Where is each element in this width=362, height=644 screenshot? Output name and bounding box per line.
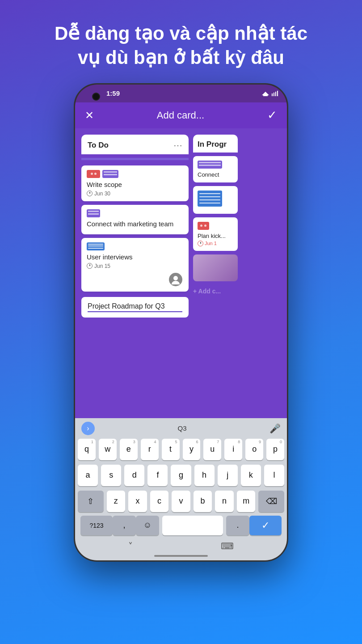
key-w[interactable]: 2w — [99, 439, 117, 460]
new-card-input[interactable] — [88, 302, 182, 312]
rcard-plan-title: Plan kick... — [198, 233, 233, 239]
key-emoji[interactable]: ☺ — [136, 516, 159, 535]
key-m[interactable]: m — [237, 491, 256, 512]
card-write-scope-title: Write scope — [87, 181, 183, 188]
clock-icon — [87, 191, 93, 196]
add-card-link[interactable]: + Add c... — [193, 285, 238, 297]
date-label: Jun 15 — [94, 263, 110, 269]
tag-red — [87, 170, 100, 178]
key-row-3: ⇧ z x c v b n m ⌫ — [78, 491, 284, 512]
todo-purple-bar — [81, 158, 189, 160]
key-o[interactable]: 9o — [245, 439, 263, 460]
key-j[interactable]: j — [218, 465, 238, 486]
inprogress-col-title: In Progr — [198, 140, 233, 149]
key-k[interactable]: k — [241, 465, 261, 486]
key-v[interactable]: v — [172, 491, 190, 512]
user-avatar — [168, 272, 183, 287]
headline-line2: vụ dù bạn ở bất kỳ đâu — [78, 47, 284, 68]
close-button[interactable]: ✕ — [85, 109, 94, 122]
key-row-2: a s d f g h j k l — [78, 465, 284, 486]
keyboard-suggestions: › Q3 🎤 — [78, 422, 284, 439]
nav-keyboard-icon: ⌨ — [221, 541, 234, 551]
card-interviews-date: Jun 15 — [87, 263, 183, 269]
rcard-image — [193, 254, 238, 281]
card-marketing: Connect with marketing team — [81, 205, 189, 234]
key-num-sym[interactable]: ?123 — [80, 516, 113, 535]
key-f[interactable]: f — [147, 465, 168, 486]
rtag-red — [198, 222, 209, 230]
todo-col-menu-icon[interactable]: ⋯ — [173, 140, 182, 151]
svg-rect-2 — [275, 92, 276, 96]
key-u[interactable]: 7u — [203, 439, 221, 460]
card-interviews-title: User interviews — [87, 253, 183, 261]
inprogress-column: In Progr Connect — [193, 135, 238, 418]
svg-point-4 — [173, 276, 178, 280]
rcard-connect: Connect — [193, 156, 238, 182]
key-space[interactable] — [162, 516, 223, 535]
key-y[interactable]: 6y — [183, 439, 201, 460]
app-header: ✕ Add card... ✓ — [75, 102, 287, 128]
headline: Dễ dàng tạo và cập nhật tác vụ dù bạn ở … — [28, 0, 334, 83]
key-s[interactable]: s — [101, 465, 121, 486]
key-p[interactable]: 0p — [266, 439, 284, 460]
headline-line1: Dễ dàng tạo và cập nhật tác — [55, 23, 307, 44]
key-h[interactable]: h — [194, 465, 215, 486]
key-period[interactable]: . — [226, 516, 249, 535]
card-write-scope-date: Jun 30 — [87, 191, 183, 197]
key-a[interactable]: a — [78, 465, 98, 486]
microphone-icon[interactable]: 🎤 — [269, 423, 281, 434]
phone-nav-icons: ˅ ⌨ — [75, 541, 287, 551]
add-card-title: Add card... — [157, 110, 204, 121]
clock-icon — [87, 263, 93, 269]
new-card-input-card[interactable] — [81, 297, 189, 318]
key-enter[interactable]: ✓ — [249, 516, 282, 535]
key-i[interactable]: 8i — [224, 439, 242, 460]
svg-rect-0 — [272, 93, 273, 96]
suggestion-word[interactable]: Q3 — [177, 424, 186, 432]
card-tags — [87, 170, 183, 178]
kanban-board: To Do ⋯ Write scope Jun 30 — [75, 128, 287, 418]
phone-bottom-bar: ˅ ⌨ — [75, 539, 287, 560]
key-backspace[interactable]: ⌫ — [258, 491, 284, 512]
card-avatar — [87, 272, 183, 287]
key-q[interactable]: 1q — [78, 439, 96, 460]
confirm-button[interactable]: ✓ — [267, 108, 277, 122]
date-label: Jun 30 — [94, 191, 110, 197]
home-bar — [154, 555, 208, 557]
tag-purple — [87, 209, 100, 217]
key-row-1: 1q 2w 3e 4r 5t 6y 7u 8i 9o 0p — [78, 439, 284, 460]
status-bar: 1:59 — [75, 85, 287, 102]
key-x[interactable]: x — [128, 491, 147, 512]
key-t[interactable]: 5t — [162, 439, 180, 460]
svg-rect-1 — [274, 93, 274, 96]
todo-col-title: To Do — [88, 141, 109, 150]
key-g[interactable]: g — [171, 465, 191, 486]
key-e[interactable]: 3e — [120, 439, 138, 460]
status-time: 1:59 — [106, 89, 120, 97]
key-n[interactable]: n — [215, 491, 234, 512]
card-write-scope: Write scope Jun 30 — [81, 165, 189, 201]
card-interviews: User interviews Jun 15 — [81, 238, 189, 292]
phone-shell: 1:59 ✕ Add card... ✓ To Do ⋯ — [74, 83, 288, 562]
rtag-blue — [198, 191, 222, 207]
svg-rect-3 — [277, 91, 278, 96]
key-shift[interactable]: ⇧ — [78, 491, 104, 512]
key-b[interactable]: b — [194, 491, 212, 512]
card-tags — [87, 209, 183, 217]
key-comma[interactable]: , — [113, 516, 136, 535]
keyboard-rows: 1q 2w 3e 4r 5t 6y 7u 8i 9o 0p a s d f g … — [78, 439, 284, 512]
tag-blue — [87, 242, 105, 250]
key-d[interactable]: d — [124, 465, 144, 486]
card-tags — [87, 242, 183, 250]
key-c[interactable]: c — [150, 491, 169, 512]
todo-col-header: To Do ⋯ — [81, 135, 189, 154]
keyboard-bottom: ?123 , ☺ . ✓ — [78, 512, 284, 537]
key-r[interactable]: 4r — [141, 439, 159, 460]
suggestion-arrow[interactable]: › — [81, 422, 95, 435]
card-marketing-title: Connect with marketing team — [87, 220, 183, 228]
rcard-blue — [193, 186, 238, 214]
key-l[interactable]: l — [264, 465, 284, 486]
key-z[interactable]: z — [107, 491, 126, 512]
rcard-plan-date: Jun 1 — [198, 241, 233, 246]
clock-icon-red — [198, 241, 203, 246]
